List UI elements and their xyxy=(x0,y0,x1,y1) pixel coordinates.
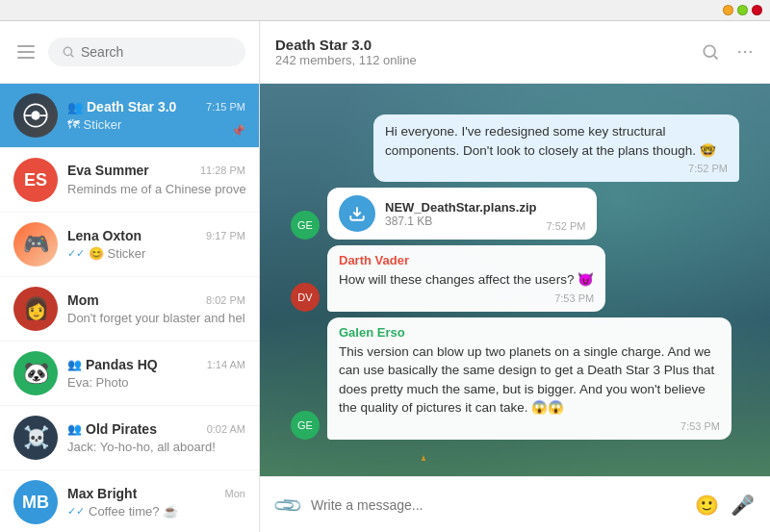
chat-header-info: Death Star 3.0 242 members, 112 online xyxy=(275,37,417,67)
window-chrome xyxy=(0,0,770,21)
search-box[interactable] xyxy=(48,38,245,66)
message-1: Hi everyone. I've redesigned some key st… xyxy=(373,114,739,182)
hamburger-menu[interactable] xyxy=(13,41,38,63)
chat-item-max-bright[interactable]: MB Max Bright Mon ✓✓ Coffee time? ☕ xyxy=(0,470,259,532)
chat-preview-lena: ✓✓ 😊 Sticker xyxy=(67,246,245,261)
maximize-button[interactable] xyxy=(737,5,748,15)
message-4-container: GE Galen Erso This version can blow up t… xyxy=(291,317,739,440)
msg-avatar-galen2: GE xyxy=(291,411,320,440)
avatar-max-bright: MB xyxy=(13,480,58,524)
chat-name-death-star: 👥 Death Star 3.0 xyxy=(67,99,176,114)
chat-title: Death Star 3.0 xyxy=(275,37,417,53)
chat-time-mom: 8:02 PM xyxy=(206,294,245,306)
file-download-icon[interactable] xyxy=(339,195,375,232)
close-button[interactable] xyxy=(752,5,762,15)
message-3: Darth Vader How will these changes affec… xyxy=(327,245,605,312)
svg-point-8 xyxy=(738,51,741,54)
file-info: NEW_DeathStar.plans.zip 387.1 KB xyxy=(385,200,536,228)
search-icon xyxy=(62,45,75,59)
emoji-icon[interactable]: 🙂 xyxy=(695,494,719,517)
chat-item-old-pirates[interactable]: ☠️ 👥 Old Pirates 0:02 AM Jack: Yo-ho-ho,… xyxy=(0,406,259,470)
avatar-lena-oxton: 🎮 xyxy=(13,222,58,266)
sidebar: 👥 Death Star 3.0 7:15 PM 🗺 Sticker 📌 ES xyxy=(0,21,260,532)
avatar-pandas-hq: 🐼 xyxy=(13,351,58,395)
msg-time-1: 7:52 PM xyxy=(385,163,728,174)
chat-info-old-pirates: 👥 Old Pirates 0:02 AM Jack: Yo-ho-ho, al… xyxy=(67,421,245,454)
chat-preview-eva: Reminds me of a Chinese prove… xyxy=(67,182,245,196)
svg-point-6 xyxy=(704,45,715,57)
chat-header-actions xyxy=(701,42,755,62)
chat-item-mom[interactable]: 👩 Mom 8:02 PM Don't forget your blaster … xyxy=(0,277,259,342)
message-input[interactable] xyxy=(311,497,683,513)
file-name: NEW_DeathStar.plans.zip xyxy=(385,200,536,215)
chat-time-death-star: 7:15 PM xyxy=(206,101,245,113)
sidebar-header xyxy=(0,21,259,84)
svg-point-0 xyxy=(64,47,71,55)
msg-time-3: 7:53 PM xyxy=(339,292,594,304)
chat-time-pirates: 0:02 AM xyxy=(207,423,245,435)
msg-sender-galen: Galen Erso xyxy=(339,325,720,340)
minimize-button[interactable] xyxy=(723,5,733,15)
message-3-container: DV Darth Vader How will these changes af… xyxy=(291,245,739,312)
message-5-sticker-container: GE xyxy=(291,445,739,461)
message-2-file: NEW_DeathStar.plans.zip 387.1 KB 7:52 PM xyxy=(327,188,597,240)
chat-info-pandas-hq: 👥 Pandas HQ 1:14 AM Eva: Photo xyxy=(67,357,245,390)
svg-point-9 xyxy=(744,51,747,54)
messages-area: Hi everyone. I've redesigned some key st… xyxy=(260,84,770,476)
chat-item-death-star[interactable]: 👥 Death Star 3.0 7:15 PM 🗺 Sticker 📌 xyxy=(0,84,259,148)
chat-time-lena: 9:17 PM xyxy=(206,230,245,241)
chat-preview-max: ✓✓ Coffee time? ☕ xyxy=(67,504,245,519)
msg-text-3: How will these changes affect the users?… xyxy=(339,270,594,290)
more-options-icon[interactable] xyxy=(735,42,755,62)
chat-name-pandas: 👥 Pandas HQ xyxy=(67,357,158,372)
msg-text-1: Hi everyone. I've redesigned some key st… xyxy=(385,122,728,160)
chat-preview-mom: Don't forget your blaster and helmet xyxy=(67,311,245,325)
chat-area: Death Star 3.0 242 members, 112 online H… xyxy=(260,21,770,532)
message-2-container: GE NEW_DeathStar.plans.zip 387.1 KB 7:52… xyxy=(291,188,739,240)
chat-preview-pirates: Jack: Yo-ho-ho, all aboard! xyxy=(67,440,245,454)
chat-subtitle: 242 members, 112 online xyxy=(275,53,417,67)
chat-time-max: Mon xyxy=(225,488,245,499)
sticker-message xyxy=(327,445,520,461)
chat-list: 👥 Death Star 3.0 7:15 PM 🗺 Sticker 📌 ES xyxy=(0,84,259,532)
chat-info-mom: Mom 8:02 PM Don't forget your blaster an… xyxy=(67,292,245,325)
message-4: Galen Erso This version can blow up two … xyxy=(327,317,732,440)
msg-text-4: This version can blow up two planets on … xyxy=(339,342,720,418)
svg-line-7 xyxy=(714,56,718,60)
chat-time-pandas: 1:14 AM xyxy=(207,359,245,370)
svg-point-10 xyxy=(750,51,753,54)
chat-name-lena: Lena Oxton xyxy=(67,228,141,243)
chat-name-mom: Mom xyxy=(67,292,99,308)
chat-time-eva-summer: 11:28 PM xyxy=(200,165,245,176)
chat-info-lena-oxton: Lena Oxton 9:17 PM ✓✓ 😊 Sticker xyxy=(67,228,245,261)
chat-info-max-bright: Max Bright Mon ✓✓ Coffee time? ☕ xyxy=(67,486,245,519)
msg-avatar-darth: DV xyxy=(291,283,320,312)
attach-icon[interactable]: 📎 xyxy=(270,488,304,521)
chat-info-death-star: 👥 Death Star 3.0 7:15 PM 🗺 Sticker xyxy=(67,99,245,132)
chat-item-eva-summer[interactable]: ES Eva Summer 11:28 PM Reminds me of a C… xyxy=(0,148,259,213)
file-size: 387.1 KB xyxy=(385,215,536,228)
pin-icon: 📌 xyxy=(231,124,245,138)
svg-point-3 xyxy=(31,111,39,119)
chat-info-eva-summer: Eva Summer 11:28 PM Reminds me of a Chin… xyxy=(67,163,245,198)
chat-item-lena-oxton[interactable]: 🎮 Lena Oxton 9:17 PM ✓✓ 😊 Sticker xyxy=(0,213,259,277)
avatar-death-star xyxy=(13,93,58,138)
msg-avatar-galen: GE xyxy=(291,211,320,240)
chat-name-eva-summer: Eva Summer xyxy=(67,163,149,178)
mic-icon[interactable]: 🎤 xyxy=(731,494,755,517)
chat-item-pandas-hq[interactable]: 🐼 👥 Pandas HQ 1:14 AM Eva: Photo xyxy=(0,342,259,406)
search-input[interactable] xyxy=(81,44,232,60)
avatar-mom: 👩 xyxy=(13,287,58,331)
svg-line-1 xyxy=(71,55,74,58)
messages-content: Hi everyone. I've redesigned some key st… xyxy=(275,99,755,461)
avatar-old-pirates: ☠️ xyxy=(13,416,58,460)
svg-marker-13 xyxy=(337,455,510,461)
file-time: 7:52 PM xyxy=(546,220,585,232)
chat-preview-pandas: Eva: Photo xyxy=(67,375,245,390)
msg-time-4: 7:53 PM xyxy=(339,420,720,432)
input-area: 📎 🙂 🎤 xyxy=(260,476,770,532)
chat-header: Death Star 3.0 242 members, 112 online xyxy=(260,21,770,84)
chat-name-max: Max Bright xyxy=(67,486,137,501)
search-header-icon[interactable] xyxy=(701,42,720,62)
msg-sender-darth: Darth Vader xyxy=(339,253,594,267)
